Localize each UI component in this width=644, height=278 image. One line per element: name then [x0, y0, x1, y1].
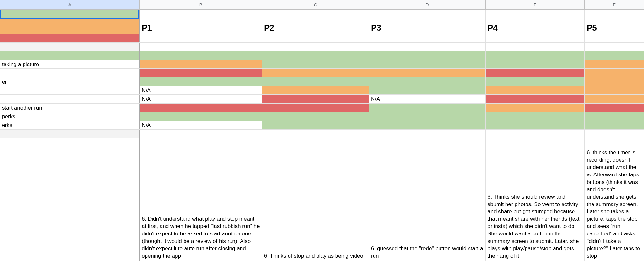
cell[interactable]	[262, 34, 369, 42]
cell[interactable]	[486, 130, 585, 138]
cell[interactable]	[0, 51, 140, 60]
participant-header-p5[interactable]: P5	[585, 19, 644, 34]
cell[interactable]	[262, 130, 369, 138]
task-label[interactable]: er	[0, 77, 140, 86]
cell[interactable]	[140, 10, 262, 19]
cell[interactable]	[486, 60, 585, 68]
cell[interactable]	[0, 34, 140, 42]
cell[interactable]	[140, 43, 262, 51]
cell[interactable]	[262, 112, 369, 121]
note-p3[interactable]: 6. guessed that the "redo" button would …	[369, 138, 486, 261]
cell[interactable]	[585, 95, 644, 103]
cell[interactable]	[0, 130, 140, 138]
cell[interactable]	[0, 19, 140, 34]
cell[interactable]	[262, 43, 369, 51]
task-label[interactable]: perks	[0, 112, 140, 121]
note-p2[interactable]: 6. Thinks of stop and play as being vide…	[262, 138, 369, 261]
cell-na[interactable]: N/A	[140, 86, 262, 94]
row	[0, 130, 644, 138]
cell[interactable]	[585, 104, 644, 112]
cell[interactable]	[486, 10, 585, 19]
cell[interactable]	[486, 95, 585, 103]
cell[interactable]	[486, 43, 585, 51]
note-p5[interactable]: 6. thinks the timer is recording, doesn'…	[585, 138, 644, 261]
selection-handle-icon[interactable]	[138, 18, 140, 19]
cell[interactable]	[369, 51, 486, 60]
participant-header-p3[interactable]: P3	[369, 19, 486, 34]
col-header-E[interactable]: E	[486, 0, 585, 9]
cell[interactable]	[585, 51, 644, 60]
cell[interactable]	[486, 112, 585, 121]
row	[0, 10, 644, 19]
cell[interactable]	[585, 69, 644, 77]
col-header-B[interactable]: B	[140, 0, 262, 9]
cell[interactable]	[486, 34, 585, 42]
note-p4[interactable]: 6. Thinks she should review and sbumit h…	[486, 138, 585, 261]
cell[interactable]	[585, 112, 644, 121]
col-header-F[interactable]: F	[585, 0, 644, 9]
task-label[interactable]: taking a picture	[0, 60, 140, 68]
cell[interactable]	[0, 69, 140, 77]
task-label[interactable]: start another run	[0, 104, 140, 112]
cell[interactable]	[0, 86, 140, 94]
task-label[interactable]: erks	[0, 121, 140, 129]
col-header-D[interactable]: D	[369, 0, 486, 9]
cell[interactable]	[486, 86, 585, 94]
cell[interactable]	[140, 69, 262, 77]
cell[interactable]	[486, 69, 585, 77]
cell[interactable]	[585, 43, 644, 51]
cell-na[interactable]: N/A	[140, 121, 262, 129]
cell-na[interactable]: N/A	[369, 95, 486, 103]
cell[interactable]	[140, 77, 262, 86]
cell[interactable]	[369, 121, 486, 129]
cell[interactable]	[140, 104, 262, 112]
cell[interactable]	[262, 69, 369, 77]
participant-header-p4[interactable]: P4	[486, 19, 585, 34]
cell[interactable]	[369, 112, 486, 121]
cell[interactable]	[140, 51, 262, 60]
cell[interactable]	[486, 51, 585, 60]
cell[interactable]	[486, 121, 585, 129]
cell-na[interactable]: N/A	[140, 95, 262, 103]
participant-header-p1[interactable]: P1	[140, 19, 262, 34]
cell[interactable]	[369, 60, 486, 68]
cell[interactable]	[0, 138, 140, 261]
cell[interactable]	[585, 77, 644, 86]
cell[interactable]	[369, 104, 486, 112]
cell[interactable]	[585, 121, 644, 129]
cell[interactable]	[585, 130, 644, 138]
cell[interactable]	[585, 10, 644, 19]
cell[interactable]	[262, 121, 369, 129]
selected-cell[interactable]	[0, 10, 140, 19]
cell[interactable]	[486, 77, 585, 86]
cell[interactable]	[369, 86, 486, 94]
cell[interactable]	[486, 104, 585, 112]
cell[interactable]	[262, 10, 369, 19]
cell[interactable]	[140, 60, 262, 68]
cell[interactable]	[0, 95, 140, 103]
cell[interactable]	[369, 69, 486, 77]
cell[interactable]	[262, 60, 369, 68]
cell[interactable]	[585, 34, 644, 42]
cell[interactable]	[262, 95, 369, 103]
cell[interactable]	[262, 51, 369, 60]
row-perks: perks	[0, 112, 644, 121]
cell[interactable]	[140, 112, 262, 121]
cell[interactable]	[369, 34, 486, 42]
cell[interactable]	[262, 77, 369, 86]
cell[interactable]	[262, 104, 369, 112]
cell[interactable]	[140, 34, 262, 42]
cell[interactable]	[369, 77, 486, 86]
col-header-C[interactable]: C	[262, 0, 369, 9]
cell[interactable]	[262, 86, 369, 94]
cell[interactable]	[369, 10, 486, 19]
cell[interactable]	[0, 43, 140, 51]
participant-header-p2[interactable]: P2	[262, 19, 369, 34]
cell[interactable]	[585, 86, 644, 94]
cell[interactable]	[369, 130, 486, 138]
cell[interactable]	[140, 130, 262, 138]
cell[interactable]	[585, 60, 644, 68]
note-p1[interactable]: 6. Didn't understand what play and stop …	[140, 138, 262, 261]
cell[interactable]	[369, 43, 486, 51]
col-header-A[interactable]: A	[0, 0, 140, 9]
